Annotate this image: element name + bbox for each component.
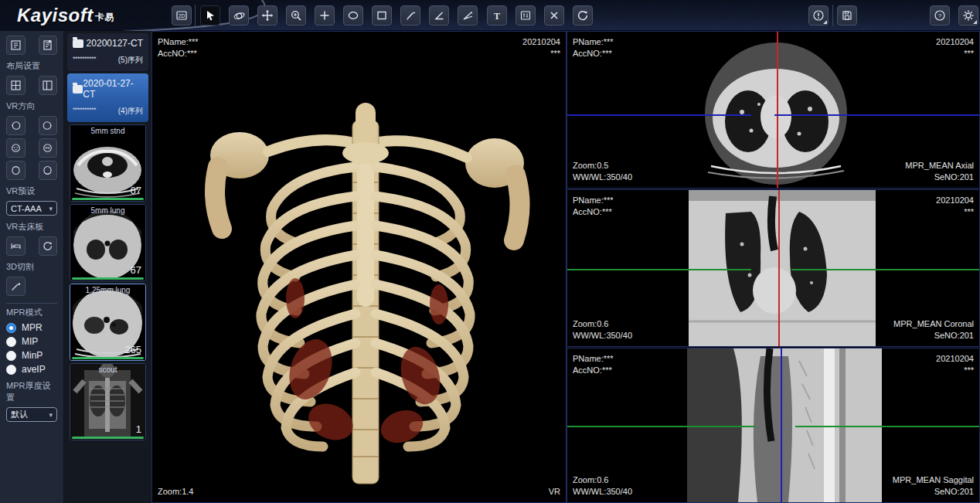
- vr-zoom-overlay: Zoom:1.4: [158, 486, 193, 498]
- app-logo: Kayisoft卡易: [17, 5, 114, 26]
- coronal-zoom: Zoom:0.6: [573, 318, 632, 330]
- series-thumbnail-5mm-lung[interactable]: 5mm lung 67: [70, 204, 146, 281]
- study-title: 20200127-CT: [87, 38, 143, 49]
- vr-head-inferior-button[interactable]: [39, 161, 58, 180]
- vr-mode-overlay: VR: [549, 486, 560, 498]
- delete-tool-button[interactable]: [544, 5, 564, 25]
- vr-study-date: 20210204: [522, 36, 560, 48]
- toolbar-separator: [832, 5, 833, 26]
- scalpel-tool-button[interactable]: [6, 277, 26, 296]
- axial-crosshair-horizontal-blue-right[interactable]: [774, 114, 979, 116]
- chevron-down-icon: ▾: [49, 205, 53, 212]
- mpr-axial-viewport[interactable]: PName:*** AccNO:*** 20210204 *** Zoom:0.…: [567, 31, 980, 189]
- vr-head-anterior-button[interactable]: [6, 138, 26, 158]
- radio-icon: [6, 365, 16, 375]
- toolbar-separator: [195, 5, 196, 26]
- axial-study-date: 20210204: [936, 36, 974, 48]
- crosshair-tool-button[interactable]: [315, 5, 335, 25]
- head-bottom-icon: [42, 165, 53, 176]
- study-item-2020-01-27[interactable]: 2020-01-27-CT ********** (4)序列: [67, 73, 148, 122]
- thumbnail-label: 5mm lung: [70, 206, 145, 215]
- axial-crosshair-vertical-red[interactable]: [777, 32, 778, 188]
- mpr-mode-radio-minp[interactable]: MinP: [6, 350, 57, 361]
- head-front-icon: [10, 142, 22, 154]
- text-icon: T: [491, 9, 503, 22]
- radio-label: MIP: [22, 336, 38, 347]
- folder-open-icon: [73, 85, 83, 93]
- reset-tool-button[interactable]: [573, 5, 593, 25]
- save-tool-button[interactable]: [837, 5, 857, 25]
- sagittal-crosshair-horizontal-green-left[interactable]: [567, 426, 755, 427]
- pan-tool-button[interactable]: [257, 5, 277, 25]
- remove-bed-button[interactable]: [6, 236, 26, 256]
- coronal-crosshair-horizontal-green-left[interactable]: [567, 269, 751, 270]
- vr-preset-select[interactable]: CT-AAA ▾: [6, 201, 57, 216]
- vr-head-posterior-button[interactable]: [39, 138, 58, 158]
- coronal-pname: PName:***: [573, 195, 614, 206]
- help-tool-button[interactable]: ?: [930, 5, 950, 25]
- coronal-accno: AccNO:***: [573, 206, 614, 218]
- axial-crosshair-horizontal-blue-left[interactable]: [567, 114, 751, 116]
- mpr-sagittal-viewport[interactable]: PName:*** AccNO:*** 20210204 *** Zoom:0.…: [567, 348, 980, 503]
- settings-tool-button[interactable]: [958, 5, 978, 25]
- measure-list-tool-button[interactable]: [516, 5, 536, 25]
- coronal-crosshair-vertical-red[interactable]: [778, 190, 780, 346]
- vr-viewport[interactable]: PName:*** AccNO:*** 20210204 *** Zoom:1.…: [151, 31, 567, 503]
- mpr-mode-radio-mip[interactable]: MIP: [6, 336, 57, 347]
- rotate-3d-tool-button[interactable]: [229, 5, 249, 25]
- ellipse-tool-button[interactable]: [343, 5, 363, 25]
- mpr-mode-label: MPR模式: [6, 307, 57, 318]
- sagittal-crosshair-vertical-blue[interactable]: [781, 348, 782, 502]
- layout-1x2-button[interactable]: [39, 76, 58, 95]
- coronal-series-overlay: MPR_MEAN Coronal SeNO:201: [893, 318, 974, 342]
- bed-reset-button[interactable]: [39, 236, 58, 256]
- top-toolbar: Kayisoft卡易 2D T: [0, 0, 980, 31]
- help-icon: ?: [934, 9, 946, 22]
- zoom-tool-button[interactable]: [286, 5, 306, 25]
- sagittal-study-masked: ***: [936, 365, 974, 376]
- 2d-view-tool-button[interactable]: 2D: [172, 5, 192, 25]
- vr-patient-overlay: PName:*** AccNO:***: [158, 36, 199, 59]
- cursor-tool-button[interactable]: [200, 5, 220, 25]
- thumbnail-progress-bar: [72, 198, 144, 200]
- angle-tool-button[interactable]: [429, 5, 449, 25]
- info-tool-button[interactable]: [808, 5, 829, 25]
- save-icon: [841, 9, 853, 22]
- bed-icon: [10, 240, 22, 252]
- study-series-count: (4)序列: [118, 106, 143, 117]
- axial-series-no: SeNO:201: [905, 172, 974, 183]
- svg-text:?: ?: [938, 12, 942, 19]
- sagittal-crosshair-horizontal-green-right[interactable]: [795, 426, 979, 427]
- scalpel-icon: [10, 280, 22, 292]
- vr-study-overlay: 20210204 ***: [522, 36, 560, 59]
- mpr-coronal-viewport[interactable]: PName:*** AccNO:*** 20210204 *** Zoom:0.…: [567, 189, 980, 347]
- coronal-crosshair-horizontal-green-right[interactable]: [791, 269, 979, 270]
- cobb-angle-tool-button[interactable]: [458, 5, 478, 25]
- mpr-mode-radio-mpr[interactable]: MPR: [6, 322, 57, 333]
- rectangle-icon: [376, 9, 388, 22]
- folder-icon: [73, 39, 83, 48]
- series-thumbnail-1-25mm-lung[interactable]: 1.25mm lung 265: [70, 284, 146, 361]
- rectangle-tool-button[interactable]: [372, 5, 392, 25]
- layout-1x1-icon: [10, 39, 22, 51]
- sidebar-divider: [6, 303, 57, 304]
- mpr-mode-radio-aveip[interactable]: aveIP: [6, 364, 57, 375]
- layout-report-button[interactable]: [39, 36, 58, 55]
- vr-head-left-button[interactable]: [6, 116, 26, 135]
- coronal-patient-overlay: PName:*** AccNO:***: [573, 195, 614, 218]
- vr-head-superior-button[interactable]: [6, 161, 26, 180]
- layout-2x2-button[interactable]: [6, 76, 26, 95]
- series-panel: 20200127-CT ********** (5)序列 2020-01-27-…: [64, 31, 151, 503]
- radio-label: aveIP: [22, 364, 46, 375]
- mpr-thickness-select[interactable]: 默认 ▾: [6, 407, 57, 422]
- text-tool-button[interactable]: T: [487, 5, 507, 25]
- series-thumbnail-5mm-stnd[interactable]: 5mm stnd 67: [70, 124, 146, 202]
- zoom-in-icon: [290, 9, 302, 22]
- vr-head-right-button[interactable]: [39, 116, 58, 135]
- pencil-tool-button[interactable]: [400, 5, 420, 25]
- study-item-20200127[interactable]: 20200127-CT ********** (5)序列: [67, 33, 148, 71]
- series-thumbnail-scout[interactable]: scout 1: [70, 363, 146, 440]
- layout-1x1-button[interactable]: [6, 36, 26, 55]
- study-patient-masked: **********: [73, 106, 96, 117]
- vr-accno: AccNO:***: [158, 48, 199, 59]
